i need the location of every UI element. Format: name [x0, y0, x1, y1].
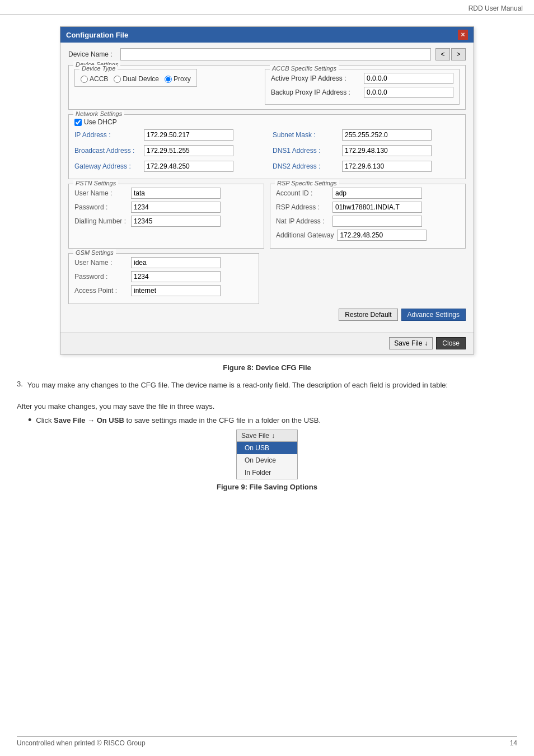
- device-settings-group: Device Settings Device Type ACCB Dual: [68, 65, 466, 110]
- rsp-address-input[interactable]: [332, 202, 422, 213]
- para3-text: You may make any changes to the CFG file…: [27, 380, 448, 391]
- rsp-account-row: Account ID :: [276, 188, 460, 199]
- subnet-input[interactable]: [342, 129, 432, 141]
- gateway-label: Gateway Address :: [74, 162, 142, 170]
- ip-row: IP Address :: [74, 129, 261, 141]
- gsm-ap-input[interactable]: [131, 285, 221, 296]
- use-dhcp-checkbox[interactable]: [74, 119, 82, 126]
- para3-row: 3. You may make any changes to the CFG f…: [17, 380, 517, 395]
- accb-legend: ACCB Specific Settings: [270, 65, 339, 72]
- gateway-input[interactable]: [144, 161, 233, 172]
- device-name-label: Device Name :: [68, 50, 116, 58]
- pstn-user-row: User Name :: [74, 188, 258, 199]
- gsm-pass-row: Password :: [74, 271, 253, 282]
- gsm-ap-row: Access Point :: [74, 285, 253, 296]
- pstn-dial-input[interactable]: [131, 216, 221, 227]
- active-proxy-input[interactable]: [364, 73, 453, 84]
- accb-settings-col: ACCB Specific Settings Active Proxy IP A…: [265, 69, 460, 105]
- dns1-row: DNS1 Address :: [273, 145, 460, 156]
- save-option-device[interactable]: On Device: [237, 454, 297, 466]
- save-dropdown-header-label: Save File: [241, 432, 269, 440]
- restore-default-button[interactable]: Restore Default: [339, 309, 397, 321]
- rsp-account-label: Account ID :: [276, 189, 329, 197]
- page-footer: Uncontrolled when printed © RISCO Group …: [17, 736, 517, 747]
- broadcast-label: Broadcast Address :: [74, 147, 142, 155]
- radio-proxy-input[interactable]: [165, 76, 172, 83]
- gsm-pass-input[interactable]: [131, 271, 221, 282]
- dialog-title: Configuration File: [66, 31, 128, 39]
- rsp-account-input[interactable]: [332, 188, 422, 199]
- ip-label: IP Address :: [74, 131, 142, 139]
- pstn-pass-label: Password :: [74, 203, 128, 211]
- device-type-legend: Device Type: [79, 65, 118, 72]
- dialog-body: Device Name : < > Device Settings Device…: [60, 43, 474, 332]
- pstn-rsp-row: PSTN Settings User Name : Password : Dia…: [68, 184, 466, 249]
- nav-prev-button[interactable]: <: [435, 48, 450, 60]
- pstn-dial-label: Dialling Number :: [74, 217, 128, 225]
- pstn-dial-row: Dialling Number :: [74, 216, 258, 227]
- active-proxy-row: Active Proxy IP Address :: [271, 73, 453, 84]
- network-fields-grid: IP Address : Subnet Mask : Broadcast Add…: [74, 129, 460, 174]
- nav-buttons: < >: [435, 48, 466, 60]
- rsp-gateway-input[interactable]: [337, 230, 427, 241]
- bullet-dot: •: [28, 415, 31, 425]
- backup-proxy-label: Backup Proxy IP Address :: [271, 88, 360, 96]
- dns1-label: DNS1 Address :: [273, 147, 340, 155]
- dns1-input[interactable]: [342, 145, 432, 156]
- network-legend: Network Settings: [73, 110, 124, 117]
- radio-dualdevice[interactable]: Dual Device: [114, 75, 159, 83]
- radio-accb[interactable]: ACCB: [81, 75, 108, 83]
- gsm-user-input[interactable]: [131, 257, 221, 268]
- dns2-input[interactable]: [342, 161, 432, 172]
- dns2-label: DNS2 Address :: [273, 162, 340, 170]
- bullet-arrow: →: [85, 416, 96, 424]
- rsp-nat-input[interactable]: [332, 216, 422, 227]
- page-content: Configuration File × Device Name : < > D…: [0, 21, 534, 510]
- advance-settings-button[interactable]: Advance Settings: [401, 309, 466, 321]
- page-title: RDD User Manual: [469, 4, 523, 12]
- rsp-gateway-row: Additional Gateway: [276, 230, 460, 241]
- rsp-nat-row: Nat IP Address :: [276, 216, 460, 227]
- save-option-usb[interactable]: On USB: [237, 442, 297, 454]
- backup-proxy-input[interactable]: [364, 87, 453, 98]
- pstn-pass-input[interactable]: [131, 202, 221, 213]
- gsm-group: GSM Settings User Name : Password : Acce…: [68, 253, 259, 304]
- bullet-bold2: On USB: [97, 416, 124, 424]
- backup-proxy-row: Backup Proxy IP Address :: [271, 87, 453, 98]
- footer-page-number: 14: [510, 739, 517, 747]
- bullet-item-usb: • Click Save File → On USB to save setti…: [28, 416, 517, 425]
- figure8-caption: Figure 8: Device CFG File: [17, 363, 517, 372]
- device-type-col: Device Type ACCB Dual Device Proxy: [74, 69, 259, 105]
- rsp-legend: RSP Specific Settings: [275, 180, 339, 186]
- dns2-row: DNS2 Address :: [273, 161, 460, 172]
- save-option-folder[interactable]: In Folder: [237, 466, 297, 479]
- dialog-title-bar: Configuration File ×: [60, 27, 474, 43]
- ip-input[interactable]: [144, 129, 233, 141]
- device-name-row: Device Name : < >: [68, 48, 466, 60]
- network-settings-group: Network Settings Use DHCP IP Address : S…: [68, 114, 466, 179]
- footer-right-buttons: Save File ↓ Close: [389, 337, 466, 349]
- gsm-user-label: User Name :: [74, 259, 128, 267]
- dialog-close-button[interactable]: ×: [458, 30, 468, 40]
- device-settings-columns: Device Type ACCB Dual Device Proxy: [74, 69, 460, 105]
- broadcast-input[interactable]: [144, 145, 233, 156]
- nav-next-button[interactable]: >: [451, 48, 466, 60]
- active-proxy-label: Active Proxy IP Address :: [271, 74, 360, 82]
- save-dropdown-arrow-icon: ↓: [271, 432, 275, 440]
- gsm-user-row: User Name :: [74, 257, 253, 268]
- dialog-footer: Save File ↓ Close: [60, 332, 474, 354]
- save-arrow-icon: ↓: [424, 339, 428, 347]
- radio-proxy[interactable]: Proxy: [165, 75, 191, 83]
- save-file-button[interactable]: Save File ↓: [389, 337, 433, 349]
- accb-group: ACCB Specific Settings Active Proxy IP A…: [265, 69, 460, 105]
- bullet-bold1: Save File: [54, 416, 85, 424]
- radio-accb-input[interactable]: [81, 76, 88, 83]
- broadcast-row: Broadcast Address :: [74, 145, 261, 156]
- device-name-input[interactable]: [120, 48, 431, 60]
- subnet-row: Subnet Mask :: [273, 129, 460, 141]
- pstn-user-input[interactable]: [131, 188, 221, 199]
- use-dhcp-label: Use DHCP: [84, 118, 117, 126]
- save-dropdown-header: Save File ↓: [237, 430, 297, 442]
- close-button[interactable]: Close: [436, 337, 466, 349]
- radio-dualdevice-input[interactable]: [114, 76, 121, 83]
